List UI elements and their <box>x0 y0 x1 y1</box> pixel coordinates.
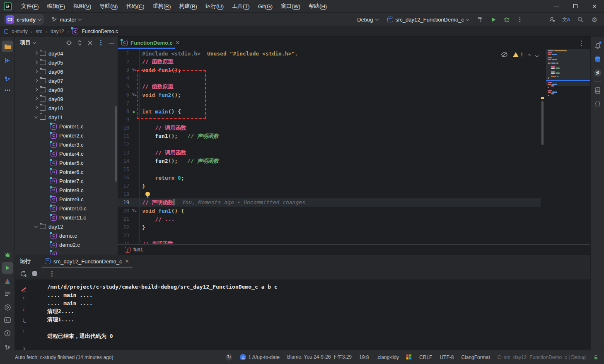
scroll-to-top-icon[interactable]: ↑ <box>15 328 32 335</box>
maximize-button[interactable] <box>566 0 585 12</box>
code-line-19[interactable]: 19// 声明函数You, Moments ago • Uncommitted … <box>118 198 541 207</box>
commit-tool-button[interactable] <box>2 55 13 66</box>
breadcrumb-function[interactable]: fun1 <box>133 247 143 253</box>
code-line-24[interactable]: 24// 声明函数 <box>118 240 590 243</box>
tree-file-Pointer8.c[interactable]: CPointer8.c <box>15 186 118 195</box>
code-line-11[interactable]: 11 fun1(); // 声明函数 <box>118 132 590 140</box>
menu-导航(N)[interactable]: 导航(N) <box>95 0 122 12</box>
notifications-bell-icon[interactable] <box>592 40 603 51</box>
tree-file-Pointer3.c[interactable]: CPointer3.c <box>15 140 118 149</box>
usage-gutter-icon[interactable]: ↰↳ <box>129 91 140 99</box>
todo-tool-button[interactable] <box>2 288 13 300</box>
code-line-4[interactable]: 4 <box>118 74 590 82</box>
structure-braces-button[interactable]: { } <box>592 98 603 109</box>
menu-Git(G)[interactable]: Git(G) <box>254 0 277 12</box>
code-line-8[interactable]: 8▶int main() { <box>118 107 590 116</box>
tree-file-Pointer9.c[interactable]: CPointer9.c <box>15 195 118 204</box>
dictionary-tool-button[interactable]: A <box>592 85 603 96</box>
rerun-icon[interactable] <box>20 270 27 277</box>
minimap[interactable] <box>546 48 590 198</box>
terminal-tool-button[interactable] <box>2 314 13 326</box>
breadcrumb-item[interactable]: day12 <box>51 29 64 34</box>
project-selector[interactable]: CS c-study <box>4 14 44 25</box>
code-line-13[interactable]: 13 // 调用函数 <box>118 149 590 157</box>
console-output[interactable]: /mnt/d/project/c-study/cmake-build-debug… <box>32 280 590 350</box>
breadcrumb-item[interactable]: c-study <box>12 29 28 34</box>
code-line-17[interactable]: 17} <box>118 182 590 190</box>
code-line-12[interactable]: 12 <box>118 140 590 149</box>
tree-folder-day10[interactable]: day10 <box>15 104 118 113</box>
status-item[interactable] <box>593 354 599 360</box>
chevron-down-icon[interactable] <box>34 224 38 227</box>
run-config-selector[interactable]: src_day12_FunctionDemo_c <box>387 17 469 23</box>
tree-folder-day11[interactable]: day11 <box>15 113 118 122</box>
tab-options-icon[interactable]: ⋮ <box>578 39 585 47</box>
settings-gear-icon[interactable]: ⚙ <box>589 14 600 25</box>
run-button[interactable] <box>488 14 499 25</box>
menu-工具(T)[interactable]: 工具(T) <box>228 0 254 12</box>
menu-帮助(H)[interactable]: 帮助(H) <box>304 0 331 12</box>
warning-count-badge[interactable]: 1 <box>513 52 523 58</box>
tree-folder-day12[interactable]: day12 <box>15 222 118 231</box>
status-item-Blame[interactable]: Blame: You 24-9-26 下午3:29 <box>287 354 352 361</box>
code-line-15[interactable]: 15 <box>118 165 590 174</box>
translate-icon[interactable]: 文A <box>561 14 572 25</box>
close-icon[interactable]: ✕ <box>176 40 180 46</box>
status-item-1[interactable]: △1 Δ/up-to-date <box>240 354 279 360</box>
run-tool-button[interactable] <box>2 262 13 274</box>
run-tab[interactable]: src_day12_FunctionDemo_c ✕ <box>41 255 133 268</box>
menu-代码(C)[interactable]: 代码(C) <box>122 0 148 12</box>
next-warning-icon[interactable] <box>536 51 538 58</box>
code-line-22[interactable]: 22} <box>118 223 590 231</box>
unlocked-icon[interactable] <box>593 354 599 360</box>
run-options-icon[interactable]: ⋮ <box>49 270 55 277</box>
code-area[interactable]: 1#include <stdio.h>Unused "#include <std… <box>118 49 590 243</box>
problems-tool-button[interactable] <box>2 328 13 339</box>
menu-编辑(E)[interactable]: 编辑(E) <box>43 0 69 12</box>
tree-folder-day04[interactable]: day04 <box>15 49 118 58</box>
build-type-selector[interactable]: Debug <box>357 17 378 23</box>
database-tool-button[interactable] <box>592 54 603 65</box>
debug-button[interactable] <box>501 14 512 25</box>
code-line-23[interactable]: 23 <box>118 231 590 240</box>
tree-file-Pointer2.c[interactable]: CPointer2.c <box>15 131 118 140</box>
run-gutter-icon[interactable]: ▶ <box>129 107 140 116</box>
code-line-21[interactable]: 21 // ... <box>118 215 590 223</box>
tree-file-Pointer6.c[interactable]: CPointer6.c <box>15 167 118 176</box>
build-hammer-button[interactable] <box>475 14 486 25</box>
usage-gutter-icon[interactable]: ↰↳ <box>129 66 140 74</box>
expand-all-icon[interactable] <box>77 40 82 46</box>
menu-构建(B)[interactable]: 构建(B) <box>175 0 201 12</box>
hide-panel-icon[interactable]: — <box>109 40 114 46</box>
project-panel-title[interactable]: 项目 <box>20 39 31 46</box>
prev-message-icon[interactable]: ↑ <box>15 295 32 301</box>
chevron-down-icon[interactable] <box>34 115 38 118</box>
tree-file-Pointer7.c[interactable]: CPointer7.c <box>15 176 118 186</box>
menu-文件(F)[interactable]: 文件(F) <box>17 0 43 12</box>
status-item-CRLF[interactable]: CRLF <box>419 354 432 360</box>
menu-视图(V)[interactable]: 视图(V) <box>69 0 95 12</box>
tree-file-Pointer4.c[interactable]: CPointer4.c <box>15 149 118 158</box>
code-line-20[interactable]: 20↰↳void fun1() { <box>118 207 590 215</box>
close-icon[interactable]: ✕ <box>125 258 129 264</box>
code-line-5[interactable]: 5// 函数原型 <box>118 82 590 91</box>
tree-folder-day06[interactable]: day06 <box>15 67 118 76</box>
run-tool-title[interactable]: 运行 <box>20 258 31 265</box>
clear-all-icon[interactable] <box>15 284 32 291</box>
status-item-C[interactable]: C: src_day12_FunctionDemo_c | Debug <box>498 354 586 360</box>
status-message[interactable]: Auto fetch: c-study finished (14 minutes… <box>0 354 113 360</box>
chevron-right-icon[interactable] <box>34 51 38 54</box>
more-actions-button[interactable]: ⋮ <box>515 14 525 25</box>
chevron-right-icon[interactable] <box>34 106 38 109</box>
tree-file-demo.c[interactable]: Cdemo.c <box>15 231 118 240</box>
tree-file-Pointer5.c[interactable]: CPointer5.c <box>15 158 118 167</box>
chevron-right-icon[interactable] <box>34 60 38 63</box>
status-item-198[interactable]: 19:8 <box>359 354 369 360</box>
tree-folder-day07[interactable]: day07 <box>15 76 118 85</box>
status-item[interactable] <box>406 354 412 360</box>
tree-file-Pointer1.c[interactable]: CPointer1.c <box>15 122 118 131</box>
tree-folder-day08[interactable]: day08 <box>15 85 118 94</box>
status-item[interactable]: ↻ <box>225 354 232 361</box>
scrollbar-thumb[interactable] <box>541 101 544 145</box>
status-item-ClangFormat[interactable]: ClangFormat <box>461 354 490 360</box>
